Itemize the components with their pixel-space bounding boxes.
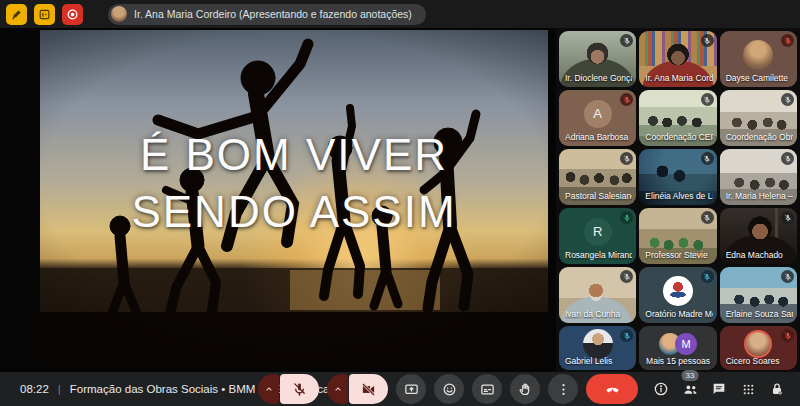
- host-controls-lock-icon[interactable]: [768, 380, 786, 398]
- mic-off-icon: [781, 34, 794, 47]
- raise-hand-button[interactable]: [510, 374, 540, 404]
- participant-name: Ir. Dioclene Gonçalves: [565, 73, 632, 83]
- participant-name: Coordenação Obra Pr...: [726, 132, 793, 142]
- participant-tile[interactable]: Ir. Maria Helena – Diret...: [720, 149, 797, 205]
- participant-name: Ir. Ana Maria Cordeiro: [645, 73, 712, 83]
- avatar: A: [584, 100, 612, 128]
- camera-off-button[interactable]: [349, 374, 388, 404]
- slide-line1: É BOM VIVER: [40, 126, 548, 183]
- camera-options-chevron-icon[interactable]: [327, 374, 348, 404]
- participant-name: Oratório Madre Moran...: [645, 309, 712, 319]
- participant-tile[interactable]: R Rosangela Miranda Sa...: [559, 208, 636, 264]
- call-controls: [258, 374, 638, 404]
- clock: 08:22: [20, 383, 49, 395]
- presenter-label: Ir. Ana Maria Cordeiro (Apresentando e f…: [134, 8, 412, 20]
- slide-line2: SENDO ASSIM: [40, 183, 548, 240]
- control-bar: 08:22 | Formação das Obras Sociais • BMM…: [0, 372, 800, 406]
- mic-off-icon: [701, 211, 714, 224]
- mic-off-icon: [701, 34, 714, 47]
- mic-off-icon: [620, 329, 633, 342]
- participants-count-badge: 33: [682, 370, 699, 381]
- mic-off-icon: [620, 270, 633, 283]
- more-options-button[interactable]: [548, 374, 578, 404]
- presentation-stage: É BOM VIVER SENDO ASSIM: [0, 28, 556, 372]
- mic-on-icon: [620, 211, 633, 224]
- participant-tile[interactable]: Professor Stevie: [639, 208, 716, 264]
- participant-tile[interactable]: Dayse Camilette: [720, 31, 797, 87]
- chat-panel-button[interactable]: [710, 380, 728, 398]
- participant-name: Pastoral Salesianos: [565, 191, 632, 201]
- participant-name: Gabriel Lelis: [565, 356, 632, 366]
- organization-logo: [663, 276, 693, 306]
- mic-off-icon: [781, 270, 794, 283]
- slide-text: É BOM VIVER SENDO ASSIM: [40, 126, 548, 240]
- participant-tile[interactable]: Oratório Madre Moran...: [639, 267, 716, 323]
- more-participants-tile[interactable]: M Mais 15 pessoas: [639, 326, 716, 370]
- mic-off-icon: [701, 270, 714, 283]
- participant-name: Ivan da Cunha: [565, 309, 632, 319]
- participant-name: Elinéia Alves de Lima P...: [645, 191, 712, 201]
- mic-off-icon: [620, 93, 633, 106]
- mic-control: [258, 374, 319, 404]
- avatar: R: [584, 218, 612, 246]
- annotate-pen-icon[interactable]: [6, 4, 27, 25]
- participant-tile[interactable]: Gabriel Lelis: [559, 326, 636, 370]
- participant-name: Cicero Soares: [726, 356, 793, 366]
- mic-off-icon: [781, 329, 794, 342]
- activities-apps-button[interactable]: [739, 380, 757, 398]
- avatar: [743, 40, 773, 70]
- participant-tile[interactable]: Cicero Soares: [720, 326, 797, 370]
- window-top-bar: Ir. Ana Maria Cordeiro (Apresentando e f…: [0, 0, 800, 28]
- whiteboard-icon[interactable]: [34, 4, 55, 25]
- avatar: [583, 329, 613, 359]
- participant-tile[interactable]: A Adriana Barbosa: [559, 90, 636, 146]
- participants-panel-button[interactable]: 33: [681, 380, 699, 398]
- participant-grid: Ir. Dioclene Gonçalves Ir. Ana Maria Cor…: [556, 28, 800, 372]
- participant-name: Dayse Camilette: [726, 73, 793, 83]
- stacked-avatars: M: [659, 333, 697, 355]
- participant-name: Edna Machado: [726, 250, 793, 260]
- separator: |: [58, 383, 61, 395]
- mic-off-icon: [620, 34, 633, 47]
- participant-tile[interactable]: Ivan da Cunha: [559, 267, 636, 323]
- mic-off-icon: [781, 93, 794, 106]
- participant-name: Coordenação CEP...: [645, 132, 712, 142]
- participant-name: Professor Stevie: [645, 250, 712, 260]
- reactions-button[interactable]: [434, 374, 464, 404]
- mic-options-chevron-icon[interactable]: [258, 374, 279, 404]
- participant-name: Adriana Barbosa: [565, 132, 632, 142]
- meeting-details-button[interactable]: [652, 380, 670, 398]
- participant-tile[interactable]: Erlaine Souza Santos: [720, 267, 797, 323]
- mic-off-icon: [781, 211, 794, 224]
- more-participants-label: Mais 15 pessoas: [639, 356, 716, 366]
- mic-off-button[interactable]: [280, 374, 319, 404]
- mic-off-icon: [701, 152, 714, 165]
- participant-tile[interactable]: Edna Machado: [720, 208, 797, 264]
- participant-tile[interactable]: Ir. Dioclene Gonçalves: [559, 31, 636, 87]
- participant-tile[interactable]: Elinéia Alves de Lima P...: [639, 149, 716, 205]
- participant-tile[interactable]: Coordenação Obra Pr...: [720, 90, 797, 146]
- participant-tile[interactable]: Coordenação CEP...: [639, 90, 716, 146]
- participant-name: Rosangela Miranda Sa...: [565, 250, 632, 260]
- avatar: M: [675, 333, 697, 355]
- end-call-button[interactable]: [586, 374, 638, 404]
- mic-off-icon: [701, 93, 714, 106]
- captions-button[interactable]: [472, 374, 502, 404]
- shared-slide: É BOM VIVER SENDO ASSIM: [40, 30, 548, 366]
- mic-off-icon: [620, 152, 633, 165]
- camera-control: [327, 374, 388, 404]
- record-icon[interactable]: [62, 4, 83, 25]
- present-screen-button[interactable]: [396, 374, 426, 404]
- mic-off-icon: [781, 152, 794, 165]
- participant-name: Erlaine Souza Santos: [726, 309, 793, 319]
- avatar: [744, 330, 772, 358]
- participant-name: Ir. Maria Helena – Diret...: [726, 191, 793, 201]
- meeting-panels: 33: [652, 380, 786, 398]
- presenter-avatar: [111, 6, 127, 22]
- participant-tile[interactable]: Pastoral Salesianos: [559, 149, 636, 205]
- presenter-pill[interactable]: Ir. Ana Maria Cordeiro (Apresentando e f…: [108, 4, 426, 25]
- participant-tile[interactable]: Ir. Ana Maria Cordeiro: [639, 31, 716, 87]
